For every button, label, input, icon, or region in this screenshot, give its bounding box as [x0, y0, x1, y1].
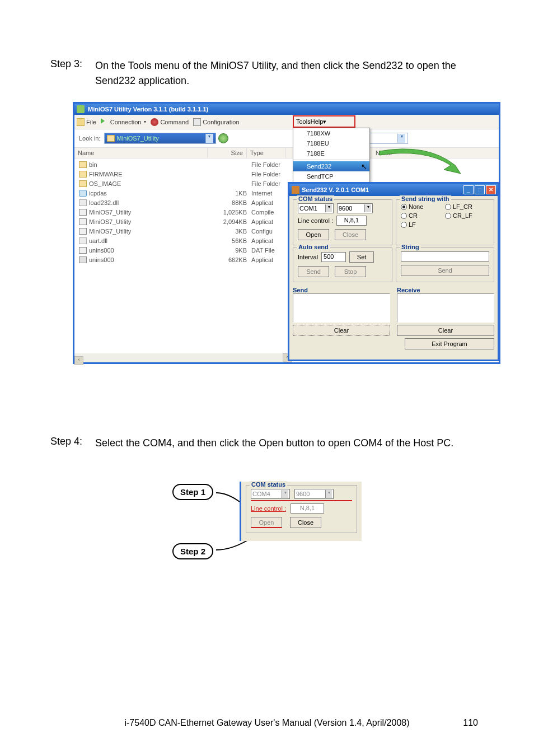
- menu-command[interactable]: Command: [148, 118, 191, 126]
- send-clear-button[interactable]: Clear: [293, 325, 390, 336]
- auto-send-title: Auto send: [297, 244, 330, 250]
- com-status-group: COM status COM1▾ 9600▾ Line control : N,…: [293, 199, 392, 245]
- receive-label: Receive: [397, 287, 494, 293]
- menu-configuration[interactable]: Configuration: [191, 118, 241, 126]
- string-group: String Send: [396, 248, 494, 282]
- com-status-panel: COM status COM4▾ 9600▾ Line control : N,…: [240, 482, 362, 541]
- menu-help-label: Help: [311, 118, 324, 125]
- menu-file[interactable]: File: [74, 118, 99, 126]
- tools-help-highlight: Tools Help▾: [293, 115, 355, 128]
- file-name: load232.dll: [89, 199, 212, 206]
- com-port-value: COM1: [299, 205, 317, 212]
- tools-item-7188e[interactable]: 7188E: [293, 148, 369, 158]
- tools-item-7188eu[interactable]: 7188EU: [293, 138, 369, 148]
- col-name[interactable]: Name: [74, 148, 208, 158]
- close-button2[interactable]: Close: [290, 517, 321, 528]
- exit-program-button[interactable]: Exit Program: [405, 338, 494, 349]
- file-size: 662KB: [212, 256, 251, 263]
- file-name: uart.dll: [89, 237, 212, 244]
- close-button[interactable]: ✕: [486, 185, 496, 194]
- dropdown-icon: ▾: [282, 490, 288, 498]
- auto-send-group: Auto send Interval 500 Set Send Stop: [293, 248, 392, 282]
- horizontal-scrollbar[interactable]: ‹ ›: [74, 353, 292, 362]
- app-icon: [77, 105, 85, 113]
- window-buttons: _ □ ✕: [463, 185, 496, 194]
- radio-crlf[interactable]: CR_LF: [445, 212, 489, 219]
- go-button[interactable]: [218, 133, 228, 143]
- receive-textarea: [397, 293, 494, 323]
- dropdown-icon[interactable]: ▾: [205, 134, 213, 143]
- file-icon: [79, 199, 87, 206]
- radio-lfcr[interactable]: LF_CR: [445, 203, 489, 210]
- menu-tools[interactable]: Tools: [294, 118, 311, 125]
- file-icon: [79, 161, 87, 168]
- radio-dot-icon: [401, 204, 407, 210]
- maximize-button: □: [475, 185, 485, 194]
- baud-combo[interactable]: 9600▾: [337, 203, 373, 213]
- file-icon: [79, 256, 87, 263]
- tools-item-sendtcp[interactable]: SendTCP: [293, 171, 369, 181]
- footer-text: i-7540D CAN-Ethernet Gateway User's Manu…: [124, 718, 409, 727]
- string-group-title: String: [400, 244, 421, 250]
- file-name: OS_IMAGE: [89, 180, 212, 187]
- dropdown-icon[interactable]: ▾: [325, 204, 332, 212]
- line-control-label: Line control :: [298, 217, 333, 224]
- file-icon: [79, 218, 87, 225]
- string-send-button: Send: [401, 265, 489, 276]
- radio-none-label: None: [409, 203, 423, 210]
- com-status-screenshot: Step 1 Step 2 COM status COM4▾ 9600▾ Lin…: [172, 480, 362, 562]
- minios7-title-text: MiniOS7 Utility Verion 3.1.1 (build 3.1.…: [88, 106, 208, 113]
- tools-item-send232-label: Send232: [307, 163, 331, 170]
- page-footer: i-7540D CAN-Ethernet Gateway User's Manu…: [0, 718, 534, 728]
- menu-help[interactable]: Help▾: [311, 118, 327, 125]
- set-button[interactable]: Set: [349, 251, 374, 263]
- line-control-value: N,8,1: [336, 216, 367, 226]
- menu-connection[interactable]: Connection▾: [99, 118, 149, 126]
- look-in-combo[interactable]: MiniOS7_Utility ▾: [104, 133, 216, 144]
- file-size: 3KB: [212, 228, 251, 235]
- tools-item-7188xw[interactable]: 7188XW: [293, 128, 369, 138]
- file-name: bin: [89, 161, 212, 168]
- baud-value: 9600: [339, 205, 352, 212]
- file-size: 1KB: [212, 190, 251, 197]
- com4-value: COM4: [252, 491, 270, 497]
- autosend-send-button: Send: [298, 266, 329, 277]
- radio-cr-label: CR: [409, 212, 418, 219]
- cursor-icon: ↖: [361, 162, 367, 171]
- menu-command-label: Command: [160, 119, 189, 125]
- radio-cr[interactable]: CR: [401, 212, 445, 219]
- com-status-title: COM status: [297, 195, 334, 202]
- file-type: Internet: [251, 190, 285, 197]
- radio-lf[interactable]: LF: [401, 221, 445, 228]
- send-string-with-title: Send string with: [400, 195, 451, 202]
- open-button2: Open: [251, 517, 282, 528]
- menu-tools-label: Tools: [296, 118, 311, 125]
- file-size: 88KB: [212, 199, 251, 206]
- send-textarea[interactable]: [293, 293, 390, 323]
- minimize-button[interactable]: _: [463, 185, 474, 194]
- menu-connection-label: Connection: [110, 119, 142, 125]
- com-port-combo[interactable]: COM1▾: [298, 203, 334, 213]
- col-type[interactable]: Type: [247, 148, 286, 158]
- dropdown-icon[interactable]: ▾: [397, 134, 405, 143]
- command-icon: [151, 118, 158, 126]
- radio-dot-icon: [401, 213, 407, 219]
- file-name: MiniOS7_Utility: [89, 228, 212, 235]
- file-icon: [79, 209, 87, 216]
- file-size: 9KB: [212, 247, 251, 254]
- file-type: Configu: [251, 228, 285, 235]
- step1-callout: Step 1: [172, 484, 213, 500]
- col-size[interactable]: Size: [208, 148, 247, 158]
- com-status-group2: COM status COM4▾ 9600▾ Line control : N,…: [246, 485, 357, 533]
- file-type: DAT File: [251, 247, 285, 254]
- open-button[interactable]: Open: [298, 229, 329, 240]
- dropdown-icon[interactable]: ▾: [364, 204, 371, 212]
- receive-clear-button[interactable]: Clear: [397, 325, 494, 336]
- tools-item-send232[interactable]: Send232 ↖: [293, 161, 369, 171]
- string-input[interactable]: [401, 251, 489, 262]
- radio-none[interactable]: None: [401, 203, 445, 210]
- interval-input[interactable]: 500: [321, 252, 346, 262]
- send232-app-icon: [292, 186, 299, 194]
- scroll-left-icon[interactable]: ‹: [74, 356, 83, 365]
- radio-lf-label: LF: [409, 221, 416, 228]
